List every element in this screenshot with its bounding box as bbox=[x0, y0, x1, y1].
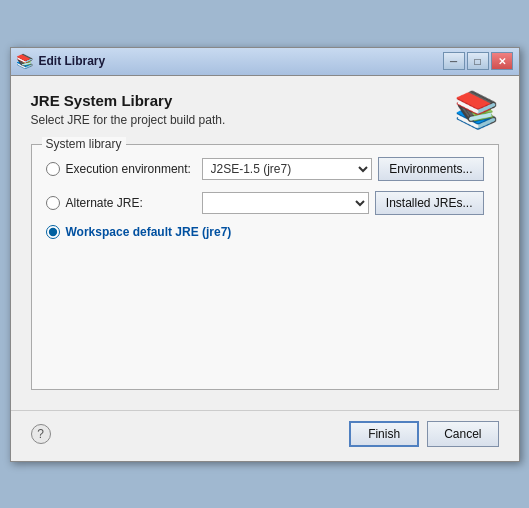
alternate-jre-select[interactable] bbox=[202, 192, 369, 214]
spacer bbox=[46, 249, 484, 369]
footer: ? Finish Cancel bbox=[11, 410, 519, 461]
execution-env-radio[interactable] bbox=[46, 162, 60, 176]
group-label: System library bbox=[42, 137, 126, 151]
minimize-button[interactable]: ─ bbox=[443, 52, 465, 70]
alternate-jre-radio[interactable] bbox=[46, 196, 60, 210]
installed-jres-button[interactable]: Installed JREs... bbox=[375, 191, 484, 215]
header-section: JRE System Library Select JRE for the pr… bbox=[31, 92, 499, 128]
execution-env-combo-wrapper: J2SE-1.5 (jre7) Environments... bbox=[202, 157, 484, 181]
edit-library-window: 📚 Edit Library ─ □ ✕ JRE System Library … bbox=[10, 47, 520, 462]
execution-env-row: Execution environment: J2SE-1.5 (jre7) E… bbox=[46, 157, 484, 181]
workspace-default-row: Workspace default JRE (jre7) bbox=[46, 225, 484, 239]
cancel-button[interactable]: Cancel bbox=[427, 421, 498, 447]
footer-buttons: Finish Cancel bbox=[349, 421, 498, 447]
execution-env-label: Execution environment: bbox=[66, 162, 196, 176]
window-title: Edit Library bbox=[39, 54, 443, 68]
execution-env-select[interactable]: J2SE-1.5 (jre7) bbox=[202, 158, 373, 180]
maximize-button[interactable]: □ bbox=[467, 52, 489, 70]
header-icon: 📚 bbox=[454, 92, 499, 128]
dialog-subtitle: Select JRE for the project build path. bbox=[31, 113, 226, 127]
alternate-jre-row: Alternate JRE: Installed JREs... bbox=[46, 191, 484, 215]
system-library-group: System library Execution environment: J2… bbox=[31, 144, 499, 390]
alternate-jre-combo-wrapper: Installed JREs... bbox=[202, 191, 484, 215]
title-bar-buttons: ─ □ ✕ bbox=[443, 52, 513, 70]
help-button[interactable]: ? bbox=[31, 424, 51, 444]
workspace-default-radio[interactable] bbox=[46, 225, 60, 239]
alternate-jre-label: Alternate JRE: bbox=[66, 196, 196, 210]
window-icon: 📚 bbox=[17, 53, 33, 69]
environments-button[interactable]: Environments... bbox=[378, 157, 483, 181]
content-area: JRE System Library Select JRE for the pr… bbox=[11, 76, 519, 410]
title-bar: 📚 Edit Library ─ □ ✕ bbox=[11, 48, 519, 76]
close-button[interactable]: ✕ bbox=[491, 52, 513, 70]
header-text: JRE System Library Select JRE for the pr… bbox=[31, 92, 226, 127]
workspace-default-label: Workspace default JRE (jre7) bbox=[66, 225, 232, 239]
dialog-title: JRE System Library bbox=[31, 92, 226, 109]
finish-button[interactable]: Finish bbox=[349, 421, 419, 447]
